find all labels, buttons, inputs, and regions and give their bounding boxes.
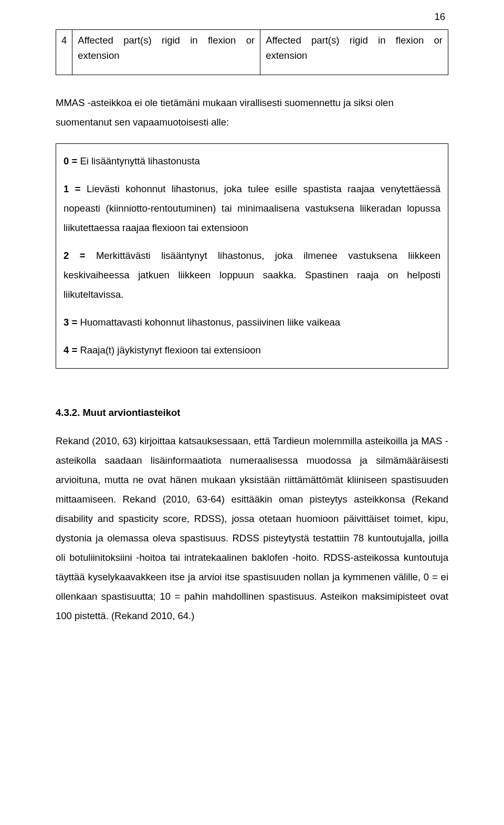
affected-parts-table: 4 Affected part(s) rigid in flexion or e…: [56, 29, 448, 75]
table-row: 4 Affected part(s) rigid in flexion or e…: [56, 30, 448, 75]
cell-text-line1: Affected part(s) rigid in flexion or: [266, 35, 443, 46]
scale-text: Raaja(t) jäykistynyt flexioon tai extens…: [80, 344, 260, 356]
scale-text: Lievästi kohonnut lihastonus, joka tulee…: [64, 183, 440, 233]
scale-label: 0 =: [64, 155, 80, 166]
scale-text: Huomattavasti kohonnut lihastonus, passi…: [80, 317, 340, 328]
cell-text-line1: Affected part(s) rigid in flexion or: [78, 35, 255, 46]
scale-item-4: 4 = Raaja(t) jäykistynyt flexioon tai ex…: [64, 340, 440, 360]
table-cell-col1: Affected part(s) rigid in flexion or ext…: [72, 30, 260, 75]
scale-label: 4 =: [64, 344, 80, 356]
section-heading: 4.3.2. Muut arviontiasteikot: [56, 405, 448, 421]
scale-label: 3 =: [64, 317, 80, 328]
intro-paragraph: MMAS -asteikkoa ei ole tietämäni mukaan …: [56, 93, 448, 132]
page-number: 16: [434, 9, 445, 25]
cell-text-line2: extension: [266, 50, 307, 61]
table-cell-num: 4: [56, 30, 72, 75]
scale-label: 2 =: [64, 250, 96, 261]
scale-text: Merkittävästi lisääntynyt lihastonus, jo…: [64, 250, 440, 300]
scale-item-0: 0 = Ei lisääntynyttä lihastonusta: [64, 151, 440, 171]
scale-item-1: 1 = Lievästi kohonnut lihastonus, joka t…: [64, 179, 440, 237]
scale-text: Ei lisääntynyttä lihastonusta: [80, 155, 200, 166]
scale-box: 0 = Ei lisääntynyttä lihastonusta 1 = Li…: [56, 143, 448, 369]
document-page: 16 4 Affected part(s) rigid in flexion o…: [0, 0, 504, 825]
scale-item-3: 3 = Huomattavasti kohonnut lihastonus, p…: [64, 312, 440, 332]
table-cell-col2: Affected part(s) rigid in flexion or ext…: [260, 30, 448, 75]
cell-text-line2: extension: [78, 50, 119, 61]
scale-item-2: 2 = Merkittävästi lisääntynyt lihastonus…: [64, 246, 440, 304]
body-paragraph: Rekand (2010, 63) kirjoittaa katsauksess…: [56, 431, 448, 625]
scale-label: 1 =: [64, 183, 87, 194]
